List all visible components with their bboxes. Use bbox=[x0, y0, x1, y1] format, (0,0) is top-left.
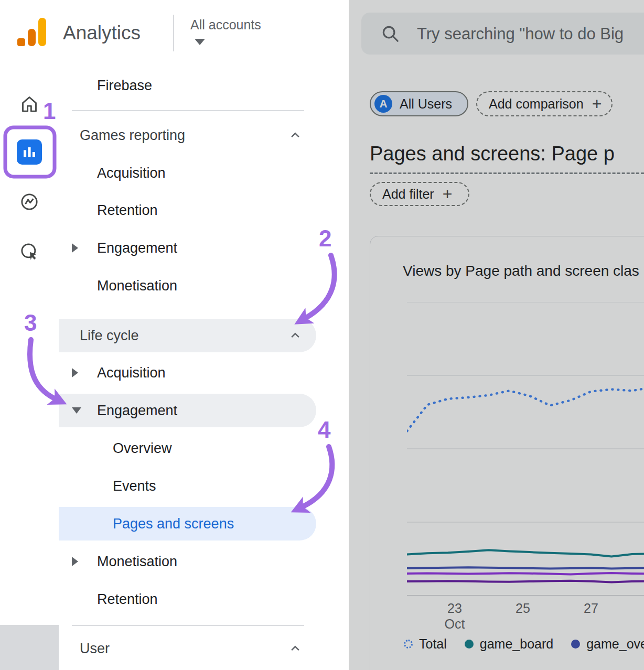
all-users-chip[interactable]: A All Users bbox=[370, 91, 468, 116]
add-filter-button[interactable]: Add filter + bbox=[370, 182, 469, 206]
legend-marker-game-over bbox=[571, 640, 580, 649]
legend-marker-game-board bbox=[465, 640, 474, 649]
all-users-label: All Users bbox=[400, 96, 452, 112]
nav-item-label: Retention bbox=[97, 591, 158, 608]
nav-item-events[interactable]: Events bbox=[59, 469, 349, 503]
explore-nav-button[interactable] bbox=[19, 191, 40, 212]
plus-icon: + bbox=[592, 95, 602, 112]
nav-item-firebase[interactable]: Firebase bbox=[59, 69, 349, 102]
legend-label: Total bbox=[419, 636, 447, 652]
nav-item-label: Monetisation bbox=[97, 278, 177, 294]
legend-label: game_board bbox=[480, 636, 553, 652]
collapse-chevron-icon[interactable] bbox=[287, 328, 303, 343]
nav-item-pages-and-screens[interactable]: Pages and screens bbox=[59, 507, 316, 541]
nav-item-label: Firebase bbox=[97, 78, 152, 94]
x-axis: 23Oct2527 bbox=[407, 601, 644, 634]
nav-item-acquisition-games[interactable]: Acquisition bbox=[59, 156, 349, 190]
analytics-logo-icon[interactable] bbox=[17, 18, 48, 47]
nav-section-games-reporting[interactable]: Games reporting bbox=[59, 118, 349, 152]
legend-item-game-over: game_over bbox=[571, 636, 644, 652]
nav-item-label: Engagement bbox=[97, 403, 177, 419]
nav-item-label: Engagement bbox=[97, 240, 177, 256]
home-icon bbox=[19, 93, 40, 114]
audience-avatar: A bbox=[374, 95, 392, 113]
search-icon bbox=[380, 24, 400, 46]
nav-item-acquisition-lifecycle[interactable]: Acquisition bbox=[59, 356, 349, 390]
nav-item-label: Events bbox=[113, 478, 156, 494]
nav-item-monetisation-games[interactable]: Monetisation bbox=[59, 269, 349, 302]
chart-card-title: Views by Page path and screen clas bbox=[403, 263, 639, 279]
explore-icon bbox=[19, 191, 40, 212]
nav-item-label: Retention bbox=[97, 202, 158, 219]
nav-item-overview[interactable]: Overview bbox=[59, 431, 349, 465]
google-analytics-app: Analytics All accounts bbox=[0, 0, 644, 670]
nav-item-engagement-lifecycle[interactable]: Engagement bbox=[59, 394, 316, 427]
legend-label: game_over bbox=[586, 636, 644, 652]
line-chart bbox=[407, 302, 644, 596]
expand-arrow-icon[interactable] bbox=[72, 557, 78, 566]
legend-marker-total bbox=[404, 640, 413, 649]
nav-section-label: Games reporting bbox=[80, 127, 185, 144]
nav-item-label: Pages and screens bbox=[113, 516, 234, 532]
advertising-nav-button[interactable] bbox=[19, 241, 40, 262]
nav-item-label: Monetisation bbox=[97, 554, 177, 570]
search-placeholder: Try searching "how to do Big bbox=[417, 25, 624, 44]
nav-divider bbox=[72, 110, 304, 111]
report-content: Try searching "how to do Big A All Users… bbox=[349, 0, 644, 670]
title-underline bbox=[370, 172, 644, 174]
logo-bar-1 bbox=[17, 38, 25, 46]
legend-item-total: Total bbox=[404, 636, 447, 652]
nav-divider bbox=[72, 625, 304, 626]
chart-legend: Total game_board game_over bbox=[404, 636, 644, 652]
logo-bar-3 bbox=[38, 18, 46, 46]
legend-item-game-board: game_board bbox=[465, 636, 553, 652]
nav-item-label: Overview bbox=[113, 440, 172, 457]
collapse-chevron-icon[interactable] bbox=[287, 641, 303, 656]
collapse-arrow-icon[interactable] bbox=[72, 407, 81, 414]
line-chart-plot bbox=[407, 302, 644, 596]
nav-item-retention-games[interactable]: Retention bbox=[59, 193, 349, 227]
x-axis-tick: 27 bbox=[584, 601, 598, 617]
account-selector[interactable]: All accounts bbox=[190, 17, 261, 33]
add-comparison-button[interactable]: Add comparison + bbox=[476, 91, 613, 116]
expand-arrow-icon[interactable] bbox=[72, 368, 78, 377]
nav-item-engagement-games[interactable]: Engagement bbox=[59, 231, 349, 265]
reports-nav-button[interactable] bbox=[17, 139, 42, 165]
expand-arrow-icon[interactable] bbox=[72, 243, 78, 253]
nav-item-label: Acquisition bbox=[97, 165, 166, 181]
nav-section-life-cycle[interactable]: Life cycle bbox=[59, 319, 316, 352]
nav-section-label: Life cycle bbox=[80, 328, 139, 344]
home-nav-button[interactable] bbox=[19, 93, 40, 114]
brand-header: Analytics All accounts bbox=[0, 0, 349, 67]
logo-bar-2 bbox=[28, 29, 36, 46]
x-axis-tick: 23Oct bbox=[445, 601, 465, 632]
add-comparison-label: Add comparison bbox=[489, 96, 584, 112]
nav-section-user[interactable]: User bbox=[59, 632, 349, 665]
nav-item-monetisation-lifecycle[interactable]: Monetisation bbox=[59, 545, 349, 578]
header-divider bbox=[173, 15, 174, 51]
page-title[interactable]: Pages and screens: Page p bbox=[370, 143, 644, 165]
nav-item-retention-lifecycle[interactable]: Retention bbox=[59, 582, 349, 616]
account-caret-down-icon[interactable] bbox=[195, 39, 205, 45]
bar-chart-icon bbox=[18, 141, 41, 164]
reports-nav-drawer: Firebase Games reporting Acquisition Ret… bbox=[59, 67, 349, 670]
rail-dimmed-area bbox=[0, 625, 59, 670]
app-title: Analytics bbox=[63, 22, 141, 44]
search-bar[interactable]: Try searching "how to do Big bbox=[361, 13, 644, 55]
collapse-chevron-icon[interactable] bbox=[287, 127, 303, 143]
x-axis-tick: 25 bbox=[516, 601, 530, 617]
chart-card: Views by Page path and screen clas 23Oct… bbox=[370, 236, 644, 670]
nav-section-label: User bbox=[80, 641, 110, 657]
nav-item-label: Acquisition bbox=[97, 365, 166, 381]
left-rail bbox=[0, 67, 59, 670]
advertising-icon bbox=[19, 241, 40, 262]
plus-icon: + bbox=[443, 186, 453, 202]
add-filter-label: Add filter bbox=[382, 187, 434, 202]
